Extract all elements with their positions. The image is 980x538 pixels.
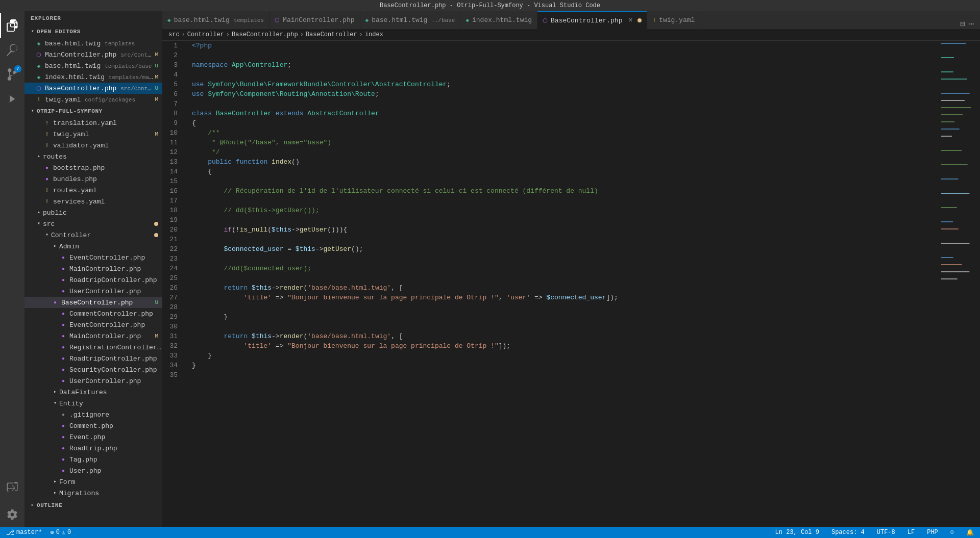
twig-file-icon: ◈ <box>35 73 43 81</box>
tab-base-controller[interactable]: ⬡ BaseController.php × <box>537 11 647 29</box>
open-editor-twig-yaml[interactable]: ! twig.yaml config/packages M <box>24 94 162 105</box>
code-line-32: 'title' => "Bonjour bienvenue sur la pag… <box>192 341 939 351</box>
tab-icon: ◈ <box>167 17 171 23</box>
git-branch-item[interactable]: ⎇ master* <box>4 528 44 537</box>
breadcrumb-src[interactable]: src <box>168 31 180 38</box>
data-fixtures-folder[interactable]: DataFixtures <box>24 387 162 398</box>
activity-settings[interactable] <box>0 502 24 527</box>
gitignore-entity-item[interactable]: ● .gitignore <box>24 409 162 420</box>
line-number: 2 <box>162 50 182 60</box>
event-controller-item[interactable]: ● EventController.php <box>24 252 162 263</box>
split-editor-button[interactable]: ⊟ <box>958 19 967 29</box>
language-item[interactable]: PHP <box>925 529 940 536</box>
open-editor-index-html-twig[interactable]: ◈ index.html.twig templates/main M <box>24 71 162 83</box>
bundles-php-item[interactable]: ● bundles.php <box>24 173 162 185</box>
user-controller-2-item[interactable]: ● UserController.php <box>24 375 162 387</box>
main-controller-item[interactable]: ● MainController.php <box>24 263 162 274</box>
registration-controller-item[interactable]: ● RegistrationController.php <box>24 342 162 353</box>
breadcrumb-method[interactable]: index <box>365 31 383 38</box>
event-controller-2-item[interactable]: ● EventController.php <box>24 319 162 330</box>
main-controller-2-item[interactable]: ● MainController.php M <box>24 330 162 342</box>
modified-badge: M <box>155 52 158 58</box>
more-tabs-button[interactable]: ⋯ <box>967 19 976 29</box>
security-controller-item[interactable]: ● SecurityController.php <box>24 364 162 375</box>
php-file-icon: ⬡ <box>35 84 43 92</box>
code-editor[interactable]: <?php namespace App\Controller; use Symf… <box>188 41 939 527</box>
open-editor-base-controller[interactable]: ⬡ BaseController.php src/Controller U <box>24 83 162 94</box>
php-icon: ● <box>59 422 67 430</box>
tag-php-item[interactable]: ● Tag.php <box>24 454 162 465</box>
sidebar-content[interactable]: OPEN EDITORS ◈ base.html.twig templates … <box>24 25 162 527</box>
tab-base-html-twig-base[interactable]: ◈ base.html.twig ../base <box>360 11 461 29</box>
encoding-item[interactable]: UTF-8 <box>875 529 897 536</box>
code-line-14: { <box>192 167 939 176</box>
breadcrumb-class[interactable]: BaseController <box>306 31 357 38</box>
line-number: 31 <box>162 331 182 341</box>
activity-search[interactable] <box>0 38 24 62</box>
tab-index-html-twig[interactable]: ◈ index.html.twig <box>460 11 537 29</box>
open-editor-base-html-twig[interactable]: ◈ base.html.twig templates <box>24 38 162 49</box>
outline-section[interactable]: OUTLINE <box>24 499 162 511</box>
tab-close-button[interactable]: × <box>626 16 634 24</box>
tab-icon: ◈ <box>365 17 369 23</box>
roadtrip-php-item[interactable]: ● Roadtrip.php <box>24 443 162 454</box>
line-number: 22 <box>162 244 182 254</box>
comment-controller-item[interactable]: ● CommentController.php <box>24 308 162 319</box>
admin-chevron <box>51 242 59 250</box>
admin-folder[interactable]: Admin <box>24 241 162 252</box>
services-yaml-item[interactable]: ! services.yaml <box>24 196 162 207</box>
open-editor-main-controller[interactable]: ⬡ MainController.php src/Controller M <box>24 49 162 60</box>
code-line-8: class BaseController extends AbstractCon… <box>192 109 939 118</box>
routes-yaml-item[interactable]: ! routes.yaml <box>24 185 162 196</box>
activity-explorer[interactable] <box>0 13 24 38</box>
main-editor: ◈ base.html.twig templates ⬡ MainControl… <box>162 11 980 527</box>
controller-chevron <box>43 231 51 239</box>
twig-yaml-item[interactable]: ! twig.yaml M <box>24 129 162 140</box>
project-header[interactable]: OTRIP-FULL-SYMFONY <box>24 105 162 117</box>
user-php-item[interactable]: ● User.php <box>24 465 162 476</box>
line-ending-item[interactable]: LF <box>905 529 917 536</box>
line-number: 35 <box>162 370 182 380</box>
line-number: 11 <box>162 138 182 147</box>
base-controller-item[interactable]: ● BaseController.php U <box>24 297 162 308</box>
roadtrip-controller-2-item[interactable]: ● RoadtripController.php <box>24 353 162 364</box>
roadtrip-controller-item[interactable]: ● RoadtripController.php <box>24 274 162 286</box>
bootstrap-php-item[interactable]: ● bootstrap.php <box>24 162 162 173</box>
line-number: 34 <box>162 361 182 370</box>
cursor-position-item[interactable]: Ln 23, Col 9 <box>773 529 821 536</box>
project-chevron <box>29 107 37 115</box>
src-folder[interactable]: src <box>24 218 162 229</box>
breadcrumb-file[interactable]: BaseController.php <box>232 31 298 38</box>
user-controller-item[interactable]: ● UserController.php <box>24 286 162 297</box>
controller-folder[interactable]: Controller <box>24 229 162 241</box>
errors-item[interactable]: ⊗ 0 ⚠ 0 <box>48 529 73 536</box>
activity-extensions[interactable] <box>0 476 24 500</box>
translation-yaml-item[interactable]: ! translation.yaml <box>24 117 162 129</box>
tab-base-html-twig-templates[interactable]: ◈ base.html.twig templates <box>162 11 270 29</box>
public-folder[interactable]: public <box>24 207 162 218</box>
form-folder[interactable]: Form <box>24 476 162 488</box>
open-editor-base-html-twig-2[interactable]: ◈ base.html.twig templates/base U <box>24 60 162 71</box>
event-php-item[interactable]: ● Event.php <box>24 431 162 443</box>
migrations-folder[interactable]: Migrations <box>24 488 162 499</box>
breadcrumb-controller[interactable]: Controller <box>187 31 224 38</box>
entity-chevron <box>51 399 59 407</box>
open-editors-header[interactable]: OPEN EDITORS <box>24 25 162 38</box>
feedback-item[interactable]: ☺ <box>948 529 956 536</box>
activity-run[interactable] <box>0 87 24 111</box>
validator-yaml-item[interactable]: ! validator.yaml <box>24 140 162 151</box>
tab-twig-yaml[interactable]: ! twig.yaml <box>647 11 700 29</box>
notification-item[interactable]: 🔔 <box>964 529 976 536</box>
line-number: 9 <box>162 118 182 128</box>
tab-main-controller[interactable]: ⬡ MainController.php <box>270 11 360 29</box>
routes-folder[interactable]: routes <box>24 151 162 162</box>
entity-folder[interactable]: Entity <box>24 398 162 409</box>
minimap <box>939 41 980 527</box>
tab-label: MainController.php <box>283 16 354 24</box>
comment-php-item[interactable]: ● Comment.php <box>24 420 162 431</box>
line-number: 7 <box>162 99 182 109</box>
code-line-24: //dd($connected_user); <box>192 264 939 273</box>
activity-source-control[interactable]: 7 <box>0 62 24 87</box>
sidebar-title: EXPLORER <box>24 11 162 25</box>
indentation-item[interactable]: Spaces: 4 <box>829 529 867 536</box>
